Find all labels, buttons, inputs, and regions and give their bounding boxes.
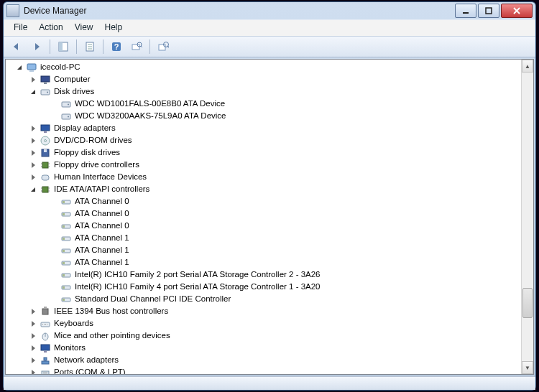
ide-item-8-label: Standard Dual Channel PCI IDE Controller	[75, 293, 231, 305]
close-button[interactable]	[501, 4, 533, 18]
menubar: File Action View Help	[4, 19, 535, 36]
ide-item-6-expander	[50, 271, 59, 279]
mice-node[interactable]: Mice and other pointing devices	[6, 330, 521, 342]
app-icon	[6, 4, 19, 17]
root-node[interactable]: icecold-PC	[6, 61, 521, 73]
disk-drive-item-0[interactable]: WDC WD1001FALS-00E8B0 ATA Device	[6, 98, 521, 110]
display-adapters-node[interactable]: Display adapters	[6, 122, 521, 134]
floppy-disk-node[interactable]: Floppy disk drives	[6, 146, 521, 159]
ide-item-0-label: ATA Channel 0	[75, 195, 129, 207]
ieee1394-node-label: IEEE 1394 Bus host controllers	[54, 305, 168, 317]
forward-button[interactable]	[28, 38, 45, 55]
back-button[interactable]	[8, 38, 25, 55]
titlebar[interactable]: Device Manager	[4, 2, 535, 19]
ports-node-expander[interactable]	[29, 368, 38, 375]
ports-node[interactable]: Ports (COM & LPT)	[6, 366, 521, 374]
device-manager-window: Device Manager File Action View Help	[3, 1, 536, 391]
svg-point-23	[68, 103, 69, 105]
ide-item-6[interactable]: Intel(R) ICH10 Family 2 port Serial ATA …	[6, 269, 521, 281]
keyboards-node-expander[interactable]	[29, 319, 38, 328]
device-tree[interactable]: icecold-PCComputerDisk drivesWDC WD1001F…	[6, 60, 521, 374]
ieee1394-node-expander[interactable]	[29, 307, 38, 316]
hid-node-expander[interactable]	[29, 173, 38, 182]
ide-node[interactable]: IDE ATA/ATAPI controllers	[6, 183, 521, 195]
dvd-node[interactable]: DVD/CD-ROM drives	[6, 134, 521, 146]
vertical-scrollbar[interactable]: ▲ ▼	[521, 60, 533, 374]
scroll-up-button[interactable]: ▲	[522, 60, 533, 73]
floppy-disk-node-expander[interactable]	[29, 149, 38, 157]
floppy-ctrl-node-expander[interactable]	[29, 161, 38, 169]
menu-action[interactable]: Action	[33, 20, 68, 36]
ide-item-7[interactable]: Intel(R) ICH10 Family 4 port Serial ATA …	[6, 281, 521, 293]
hid-node-icon	[40, 172, 51, 183]
svg-point-78	[46, 372, 47, 373]
svg-rect-38	[42, 187, 48, 192]
ide-item-1-label: ATA Channel 0	[75, 207, 129, 220]
monitors-node[interactable]: Monitors	[6, 342, 521, 354]
disk-drive-item-1-label: WDC WD3200AAKS-75L9A0 ATA Device	[75, 110, 226, 122]
menu-file[interactable]: File	[8, 20, 33, 36]
scroll-thumb[interactable]	[522, 288, 533, 318]
ide-node-label: IDE ATA/ATAPI controllers	[54, 183, 149, 195]
disk-drive-item-0-icon	[60, 98, 72, 110]
ide-item-5[interactable]: ATA Channel 1	[6, 256, 521, 269]
ide-item-4[interactable]: ATA Channel 1	[6, 244, 521, 256]
svg-line-15	[167, 46, 169, 47]
svg-rect-31	[44, 149, 47, 152]
scroll-down-button[interactable]: ▼	[522, 361, 533, 374]
network-node-expander[interactable]	[29, 356, 38, 365]
ide-item-2[interactable]: ATA Channel 0	[6, 220, 521, 232]
menu-help[interactable]: Help	[99, 20, 129, 36]
disk-drives-node[interactable]: Disk drives	[6, 85, 521, 98]
svg-rect-27	[44, 131, 47, 133]
floppy-ctrl-node[interactable]: Floppy drive controllers	[6, 159, 521, 171]
computer-node-label: Computer	[54, 73, 91, 85]
show-hide-console-tree-button[interactable]	[55, 38, 72, 55]
svg-rect-32	[42, 162, 48, 168]
svg-rect-13	[159, 45, 165, 50]
monitors-node-expander[interactable]	[29, 344, 38, 353]
ide-item-5-label: ATA Channel 1	[75, 256, 129, 269]
mice-node-icon	[40, 330, 51, 342]
minimize-button[interactable]	[455, 4, 476, 18]
ieee1394-node-icon	[40, 306, 51, 317]
help-button[interactable]: ?	[108, 38, 125, 55]
ide-item-7-label: Intel(R) ICH10 Family 4 port Serial ATA …	[75, 281, 321, 293]
svg-rect-65	[44, 324, 45, 325]
svg-rect-19	[44, 83, 47, 84]
svg-rect-52	[63, 250, 65, 252]
computer-node-expander[interactable]	[29, 75, 38, 84]
ide-item-8[interactable]: Standard Dual Channel PCI IDE Controller	[6, 293, 521, 305]
maximize-button[interactable]	[478, 4, 499, 18]
disk-drives-node-icon	[40, 86, 51, 98]
svg-rect-3	[59, 42, 63, 51]
root-node-expander[interactable]	[16, 63, 24, 72]
display-adapters-node-expander[interactable]	[29, 124, 38, 133]
network-node[interactable]: Network adapters	[6, 354, 521, 366]
properties-button[interactable]	[81, 38, 98, 55]
ide-item-5-expander	[50, 258, 59, 267]
computer-node-icon	[40, 74, 51, 85]
scan-hardware-button[interactable]	[128, 38, 145, 55]
hid-node[interactable]: Human Interface Devices	[6, 171, 521, 183]
keyboards-node[interactable]: Keyboards	[6, 317, 521, 330]
scroll-track[interactable]	[522, 73, 533, 361]
ide-node-expander[interactable]	[29, 185, 38, 194]
computer-node[interactable]: Computer	[6, 73, 521, 85]
ide-item-0[interactable]: ATA Channel 0	[6, 195, 521, 207]
disk-drives-node-expander[interactable]	[29, 88, 38, 96]
uninstall-button[interactable]	[155, 38, 172, 55]
ieee1394-node[interactable]: IEEE 1394 Bus host controllers	[6, 305, 521, 317]
ide-item-1[interactable]: ATA Channel 0	[6, 207, 521, 220]
mice-node-expander[interactable]	[29, 332, 38, 340]
ide-item-3[interactable]: ATA Channel 1	[6, 232, 521, 244]
disk-drive-item-1[interactable]: WDC WD3200AAKS-75L9A0 ATA Device	[6, 110, 521, 122]
dvd-node-expander[interactable]	[29, 136, 38, 145]
menu-view[interactable]: View	[69, 20, 99, 36]
svg-rect-48	[63, 225, 65, 228]
ide-item-3-expander	[50, 234, 59, 243]
svg-rect-71	[44, 351, 47, 353]
floppy-ctrl-node-icon	[40, 159, 51, 171]
ide-item-6-icon	[60, 269, 72, 281]
svg-text:?: ?	[114, 42, 119, 51]
